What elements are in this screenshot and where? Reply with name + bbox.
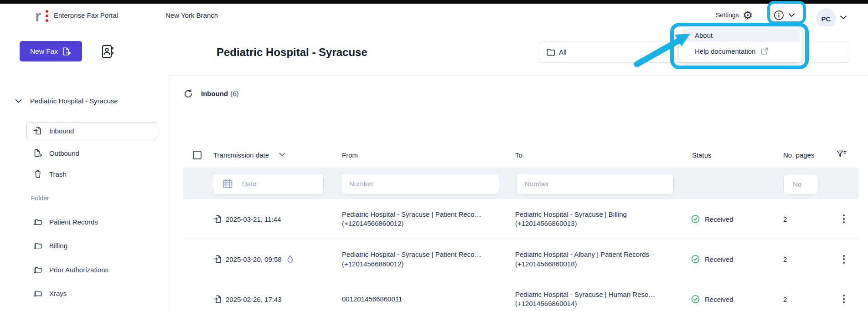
pages-count: 2: [783, 255, 787, 263]
trash-icon: [33, 169, 42, 178]
info-icon: [774, 10, 784, 20]
retarus-logo: r: [35, 9, 41, 23]
refresh-icon[interactable]: [183, 89, 193, 99]
status-label: Received: [705, 255, 734, 263]
from-cell: Pediatric Hospital - Syracuse | Patient …: [342, 209, 512, 228]
to-cell: Pediatric Hospital - Syracuse | Billing …: [515, 209, 688, 228]
row-actions-menu[interactable]: [838, 290, 850, 308]
sidebar-folder-label: Patient Records: [49, 218, 98, 226]
fax-row[interactable]: 2025-03-20, 09:58 Pediatric Hospital - S…: [183, 239, 858, 280]
info-menu-button[interactable]: [774, 10, 795, 20]
sidebar-item-label: Outbound: [49, 149, 79, 157]
from-name: 0012014566860011: [342, 294, 512, 304]
filter-columns-icon[interactable]: [836, 150, 847, 159]
to-number: (+12014566860018): [515, 259, 688, 269]
to-name: Pediatric Hospital - Albany | Patient Re…: [515, 250, 688, 260]
window-top-strip: [0, 0, 868, 4]
sidebar-folder-prior-authorizations[interactable]: Prior Authorizations: [33, 265, 108, 274]
address-book-icon: [100, 45, 115, 58]
annotation-drop-icon: [286, 255, 294, 264]
pages-count: 2: [783, 215, 787, 223]
to-number: (+12014566860013): [515, 219, 688, 229]
fax-row[interactable]: 2025-03-21, 11:44 Pediatric Hospital - S…: [183, 199, 858, 239]
avatar-chevron-down-icon[interactable]: [840, 15, 847, 20]
from-name: Pediatric Hospital - Syracuse | Patient …: [342, 250, 512, 260]
menu-item-label: About: [695, 31, 713, 39]
row-actions-menu[interactable]: [838, 210, 850, 228]
double-folder-icon: [33, 241, 42, 250]
app-title: Enterprise Fax Portal: [54, 4, 118, 26]
send-fax-icon: [62, 47, 72, 56]
info-dropdown-menu: About Help documentation: [679, 26, 801, 62]
from-filter-input[interactable]: [341, 173, 499, 194]
sidebar-item-inbound[interactable]: Inbound: [26, 122, 157, 139]
to-name: Pediatric Hospital - Syracuse | Human Re…: [515, 290, 688, 299]
list-heading: Inbound(6): [183, 89, 239, 99]
date-filter-input[interactable]: [213, 173, 324, 194]
avatar[interactable]: PC: [816, 9, 836, 29]
transmission-date: 2025-02-26, 17:43: [226, 295, 282, 303]
enterprise-fax-portal-screen: r Enterprise Fax Portal New York Branch …: [0, 0, 868, 311]
fax-row[interactable]: 2025-02-26, 17:43 0012014566860011 Pedia…: [183, 279, 858, 311]
search-input[interactable]: [811, 41, 849, 63]
column-header-date[interactable]: Transmission date: [213, 151, 269, 159]
status-badge: Received: [691, 214, 734, 223]
sidebar-item-label: Inbound: [49, 127, 74, 135]
gear-icon[interactable]: ⚙: [743, 7, 753, 23]
status-label: Received: [705, 215, 734, 223]
inbound-fax-icon: [33, 126, 42, 135]
column-header-status: Status: [692, 151, 712, 159]
app-header: r Enterprise Fax Portal New York Branch …: [0, 4, 868, 27]
folder-filter-value: All: [559, 48, 567, 56]
pages-filter-input[interactable]: [783, 174, 818, 194]
inbound-fax-icon: [213, 295, 222, 304]
folder-section-label: Folder: [31, 194, 49, 202]
sidebar-item-trash[interactable]: Trash: [33, 169, 67, 178]
from-number: (+12014566860012): [342, 219, 512, 229]
sidebar-folder-billing[interactable]: Billing: [33, 241, 67, 250]
to-number: (+12014566860014): [515, 299, 688, 309]
sidebar-account-row[interactable]: Pediatric Hospital - Syracuse: [15, 97, 118, 105]
external-link-icon: [760, 47, 769, 55]
to-filter-input[interactable]: [517, 173, 674, 194]
sidebar-folder-label: Billing: [49, 242, 67, 250]
double-folder-icon: [33, 289, 42, 297]
folder-icon: [547, 48, 555, 56]
column-header-to: To: [515, 151, 522, 159]
to-name: Pediatric Hospital - Syracuse | Billing: [515, 209, 688, 219]
sort-chevron-down-icon[interactable]: [279, 153, 285, 157]
from-number: (+12014566860012): [342, 259, 512, 269]
select-all-checkbox[interactable]: [193, 151, 202, 159]
chevron-down-icon: [15, 99, 22, 103]
retarus-logo-dots: [46, 10, 48, 22]
from-name: Pediatric Hospital - Syracuse | Patient …: [342, 209, 512, 219]
check-circle-icon: [691, 255, 700, 264]
inbound-fax-icon: [213, 214, 222, 224]
double-folder-icon: [33, 265, 42, 274]
row-actions-menu[interactable]: [838, 250, 850, 268]
from-cell: 0012014566860011: [342, 294, 512, 304]
column-header-from: From: [342, 151, 358, 159]
sidebar-item-label: Trash: [49, 170, 67, 178]
sidebar-folder-label: Xrays: [49, 290, 67, 297]
sidebar-item-outbound[interactable]: Outbound: [33, 148, 79, 158]
sidebar-account-label: Pediatric Hospital - Syracuse: [30, 97, 118, 105]
branch-label: New York Branch: [165, 4, 218, 26]
chevron-down-icon: [789, 13, 795, 17]
check-circle-icon: [691, 214, 700, 223]
sidebar-folder-xrays[interactable]: Xrays: [33, 289, 67, 297]
status-badge: Received: [691, 295, 734, 303]
menu-item-help-documentation[interactable]: Help documentation: [681, 44, 800, 58]
sidebar-folder-label: Prior Authorizations: [49, 266, 108, 274]
transmission-date: 2025-03-20, 09:58: [226, 255, 282, 263]
status-label: Received: [705, 295, 734, 303]
menu-item-label: Help documentation: [695, 47, 755, 55]
pages-count: 2: [783, 295, 787, 303]
new-fax-label: New Fax: [30, 47, 58, 56]
menu-item-about[interactable]: About: [681, 29, 800, 42]
new-fax-button[interactable]: New Fax: [20, 41, 82, 61]
settings-button[interactable]: Settings: [716, 4, 739, 26]
to-cell: Pediatric Hospital - Syracuse | Human Re…: [515, 290, 688, 308]
sidebar-folder-patient-records[interactable]: Patient Records: [33, 218, 98, 226]
contacts-button[interactable]: [100, 45, 115, 58]
